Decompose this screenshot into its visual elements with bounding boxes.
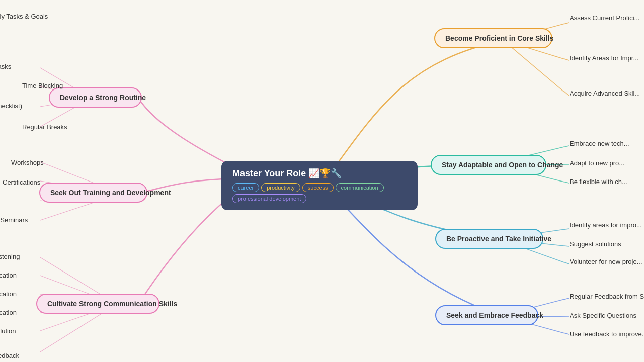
regular-fb-leaf: Regular Feedback from S... bbox=[570, 293, 644, 300]
daily-tasks-leaf: Daily Tasks & Goals bbox=[0, 13, 48, 20]
identify-areas-leaf: Identify Areas for Impr... bbox=[570, 54, 638, 62]
training-branch[interactable]: Seek Out Training and Development bbox=[39, 183, 147, 203]
advanced-leaf: Acquire Advanced Skil... bbox=[570, 89, 640, 97]
tag-communication[interactable]: communication bbox=[336, 183, 384, 192]
central-tags: career productivity success communicatio… bbox=[232, 183, 407, 203]
tag-success[interactable]: success bbox=[302, 183, 334, 192]
central-title: Master Your Role 📈🏆🔧 bbox=[232, 168, 407, 179]
tools-leaf: (Trello, Asana, Checklist) bbox=[0, 102, 22, 110]
mindmap-canvas: Master Your Role 📈🏆🔧 career productivity… bbox=[0, 0, 644, 362]
tag-professional[interactable]: professional development bbox=[232, 194, 306, 203]
tag-career[interactable]: career bbox=[232, 183, 259, 192]
certs-leaf: Certifications bbox=[3, 178, 40, 186]
listening-leaf: ve Listening bbox=[0, 253, 20, 260]
seminars-leaf: and Seminars bbox=[0, 216, 28, 224]
adapt-new-leaf: Adapt to new pro... bbox=[570, 159, 624, 167]
breaks-leaf: Regular Breaks bbox=[22, 123, 67, 131]
feedback-branch[interactable]: Seek and Embrace Feedback bbox=[435, 305, 538, 325]
assess-leaf: Assess Current Profici... bbox=[570, 14, 639, 22]
communication-branch[interactable]: Cultivate Strong Communication Skills bbox=[36, 294, 159, 314]
timeblock-leaf: Time Blocking bbox=[22, 82, 63, 89]
prioritize-leaf: Prioritize Tasks bbox=[0, 63, 11, 70]
embrace-tech-leaf: Embrace new tech... bbox=[570, 140, 629, 147]
identify-imp-leaf: Identify areas for impro... bbox=[570, 221, 642, 229]
flexible-leaf: Be flexible with ch... bbox=[570, 178, 627, 186]
routine-branch[interactable]: Develop a Strong Routine bbox=[49, 87, 142, 108]
comm2-leaf: munication bbox=[0, 290, 17, 298]
svg-line-2 bbox=[503, 40, 569, 96]
ask-questions-leaf: Ask Specific Questions bbox=[570, 312, 636, 319]
feedback-c-leaf: g Feedback bbox=[0, 352, 19, 359]
suggest-leaf: Suggest solutions bbox=[570, 240, 621, 248]
use-feedback-leaf: Use feedback to improve... bbox=[570, 330, 644, 338]
volunteer-leaf: Volunteer for new proje... bbox=[570, 258, 642, 265]
comm3-leaf: munication bbox=[0, 309, 17, 316]
comm1-leaf: munication bbox=[0, 272, 17, 279]
adaptable-branch[interactable]: Stay Adaptable and Open to Change bbox=[431, 155, 546, 175]
core-skills-branch[interactable]: Become Proficient in Core Skills bbox=[434, 28, 552, 48]
proactive-branch[interactable]: Be Proactive and Take Initiative bbox=[435, 229, 543, 249]
central-node[interactable]: Master Your Role 📈🏆🔧 career productivity… bbox=[221, 161, 418, 210]
workshops-leaf: Workshops bbox=[11, 159, 44, 166]
resolution-leaf: Resolution bbox=[0, 327, 16, 335]
tag-productivity[interactable]: productivity bbox=[261, 183, 300, 192]
